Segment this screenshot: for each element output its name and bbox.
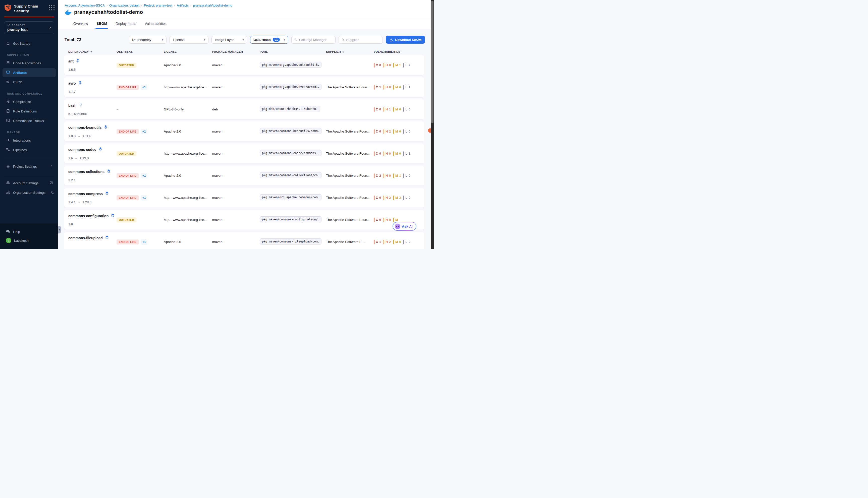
sidebar-item-artifacts[interactable]: Artifacts xyxy=(2,68,56,77)
more-risks-chip[interactable]: +1 xyxy=(141,239,148,245)
severity-bar xyxy=(403,85,404,90)
sidebar-item-compliance[interactable]: Compliance xyxy=(2,97,56,106)
column-header: PURL xyxy=(260,50,326,53)
table-row[interactable]: commons-collections 3.2.1 END OF LIFE+1 … xyxy=(64,166,424,185)
dependency-name: commons-configuration xyxy=(68,214,108,218)
purl-value[interactable]: pkg:maven/commons-fileupload/com… xyxy=(260,238,322,245)
supplier-cell: The Apache Software Foun… xyxy=(326,174,374,178)
table-row[interactable]: commons-beanutils 1.8.3 → 1.11.0 END OF … xyxy=(64,121,424,141)
user-name: Lavakush xyxy=(14,239,29,243)
scrollbar-thumb[interactable] xyxy=(431,1,433,123)
project-selector[interactable]: PROJECT pranay-test xyxy=(4,21,54,34)
image-layers-icon[interactable] xyxy=(78,81,82,86)
severity-bar xyxy=(403,129,404,134)
package-manager-search-input[interactable] xyxy=(299,38,333,42)
table-row[interactable]: commons-fileupload END OF LIFE+1 Apache-… xyxy=(64,232,424,249)
purl-value[interactable]: pkg:maven/org.apache.commons/com… xyxy=(260,194,322,200)
more-risks-chip[interactable]: +1 xyxy=(141,173,148,179)
oss-risks-cell: END OF LIFE+1 xyxy=(117,239,164,245)
dependency-cell: commons-collections 3.2.1 xyxy=(68,166,117,185)
more-risks-chip[interactable]: +1 xyxy=(141,195,148,200)
tab-overview[interactable]: Overview xyxy=(73,18,88,29)
sidebar-item-remediation-tracker[interactable]: Remediation Tracker xyxy=(2,116,56,126)
sidebar-item-rule-definitions[interactable]: Rule Definitions xyxy=(2,107,56,116)
purl-value[interactable]: pkg:maven/commons-codec/commons-… xyxy=(260,150,322,156)
tab-vulnerabilities[interactable]: Vulnerabilities xyxy=(145,18,167,29)
sidebar-item-account-settings[interactable]: Account Settings xyxy=(2,179,56,188)
sort-descending-icon[interactable] xyxy=(90,51,92,52)
oss-risk-badge: OUTDATED xyxy=(117,151,137,156)
package-manager-cell: maven xyxy=(212,152,260,155)
purl-value[interactable]: pkg:maven/org.apache.ant/ant@1.6… xyxy=(260,62,322,68)
supplier-search-input[interactable] xyxy=(346,38,380,42)
purl-value[interactable]: pkg:maven/org.apache.avro/avro@1… xyxy=(260,84,322,90)
dependency-filter-dropdown[interactable]: Dependency▼ xyxy=(129,36,167,44)
sort-toggle-icon[interactable] xyxy=(342,51,344,53)
sidebar-item-pipelines[interactable]: Pipelines xyxy=(2,145,56,155)
purl-value[interactable]: pkg:maven/commons-collections/co… xyxy=(260,172,322,178)
supplier-cell: The Apache Software Foun… xyxy=(326,196,374,199)
vulnerabilities-cell: C0H2M2L0 xyxy=(374,196,420,200)
dependency-version: 1.4.1 → 1.28.0 xyxy=(68,200,117,204)
purl-value[interactable]: pkg:maven/commons-beanutils/comm… xyxy=(260,128,322,134)
image-layers-icon[interactable] xyxy=(105,235,109,240)
image-layers-icon[interactable] xyxy=(106,169,111,174)
severity-bar xyxy=(384,129,384,134)
sidebar-item-ci-cd[interactable]: CI/CD xyxy=(2,78,56,87)
license-filter-dropdown[interactable]: License▼ xyxy=(170,36,208,44)
project-cube-icon xyxy=(7,24,10,27)
breadcrumb-link[interactable]: Artifacts xyxy=(177,3,189,7)
severity-bar xyxy=(374,240,375,244)
sidebar-nav: Get StartedSUPPLY CHAINCode Repositories… xyxy=(0,34,58,224)
table-row[interactable]: commons-configuration 1.6 OUTDATED http-… xyxy=(64,210,424,230)
vuln-count-c: C1 xyxy=(374,85,381,90)
sidebar-item-organization-settings[interactable]: Organization Settings xyxy=(2,188,56,197)
tab-deployments[interactable]: Deployments xyxy=(116,18,136,29)
dependency-cell: commons-beanutils 1.8.3 → 1.11.0 xyxy=(68,121,117,141)
sidebar-collapse-handle[interactable]: ◀ xyxy=(58,226,61,233)
table-row[interactable]: avro 1.7.7 END OF LIFE+1 http---www.apac… xyxy=(64,77,424,97)
column-header: VULNERABILITIES xyxy=(374,50,420,53)
sidebar-item-get-started[interactable]: Get Started xyxy=(2,39,56,48)
sidebar-item-help[interactable]: ? Help xyxy=(2,227,56,236)
more-risks-chip[interactable]: +1 xyxy=(141,84,148,90)
tab-sbom[interactable]: SBOM xyxy=(96,18,107,29)
info-icon xyxy=(51,190,55,195)
table-row[interactable]: ant 1.6.5 OUTDATED Apache-2.0 maven pkg:… xyxy=(64,55,424,75)
dependency-name: commons-codec xyxy=(68,148,96,152)
oss-risks-cell: OUTDATED xyxy=(117,218,164,222)
sidebar-item-integrations[interactable]: Integrations xyxy=(2,136,56,145)
chevron-right-icon xyxy=(50,165,53,168)
image-layers-icon[interactable] xyxy=(103,125,108,130)
table-row[interactable]: commons-codec 1.6 → 1.19.0 OUTDATED http… xyxy=(64,144,424,163)
upgrade-arrow-icon: → xyxy=(77,134,81,138)
breadcrumb-link[interactable]: Account: Automation-SSCA xyxy=(65,3,105,7)
image-layers-icon[interactable] xyxy=(98,147,103,152)
window-scrollbar[interactable] xyxy=(431,0,434,249)
more-risks-chip[interactable]: +1 xyxy=(141,129,148,134)
table-row[interactable]: bash 5.1-6ubuntu1 - GPL-3.0-only deb pkg… xyxy=(64,100,424,119)
breadcrumb-link[interactable]: pranaycshah/todolist-demo xyxy=(193,3,232,7)
image-layers-icon[interactable] xyxy=(76,58,80,64)
table-row[interactable]: commons-compress 1.4.1 → 1.28.0 END OF L… xyxy=(64,188,424,208)
vuln-count-l: L0 xyxy=(403,129,410,134)
breadcrumb-link[interactable]: Organization: default xyxy=(109,3,139,7)
upgrade-arrow-icon: → xyxy=(75,156,78,160)
breadcrumb-link[interactable]: Project: pranay-test xyxy=(144,3,172,7)
sidebar-item-project-settings[interactable]: Project Settings xyxy=(2,162,56,171)
purl-value[interactable]: pkg:maven/commons-configuration/… xyxy=(260,217,322,222)
oss-risks-filter-dropdown[interactable]: OSS Risks 01 ▼ xyxy=(250,36,288,44)
image-layers-icon[interactable] xyxy=(105,191,109,196)
download-sbom-button[interactable]: Download SBOM xyxy=(386,36,425,44)
app-switcher-icon[interactable] xyxy=(49,5,55,11)
image-layer-filter-dropdown[interactable]: Image Layer▼ xyxy=(211,36,247,44)
severity-bar xyxy=(393,196,394,200)
image-layers-icon[interactable] xyxy=(111,213,115,218)
sidebar-section-label: SUPPLY CHAIN xyxy=(7,54,58,56)
sidebar-item-code-repositories[interactable]: Code Repositories xyxy=(2,58,56,68)
product-title: Supply Chain Security xyxy=(14,3,47,14)
sidebar-item-user[interactable]: L Lavakush xyxy=(2,236,56,245)
image-layers-icon[interactable] xyxy=(79,103,83,108)
ask-ai-button[interactable]: Ask AI xyxy=(392,222,416,231)
purl-value[interactable]: pkg:deb/ubuntu/bash@5.1-6ubuntu1 xyxy=(260,106,320,112)
